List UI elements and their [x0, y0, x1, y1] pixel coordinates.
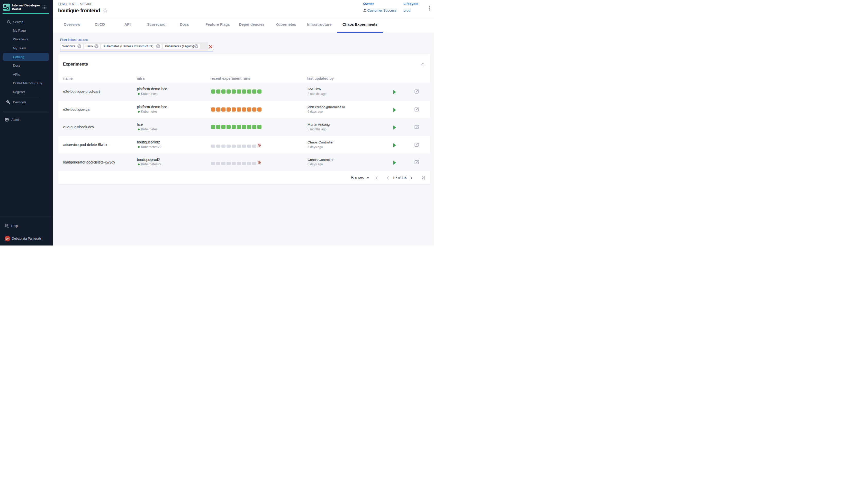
- svg-text:?: ?: [6, 224, 7, 226]
